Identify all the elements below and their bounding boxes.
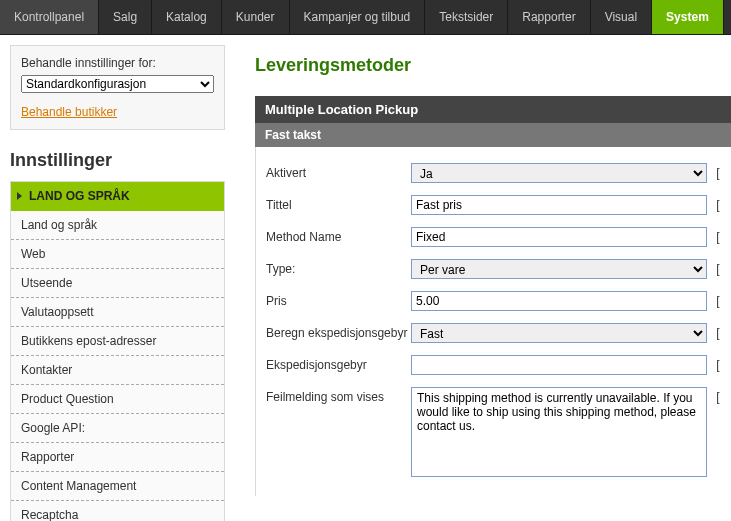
sidebar-item-epost[interactable]: Butikkens epost-adresser	[11, 327, 224, 356]
scope-hint: [	[715, 355, 721, 372]
sidebar-item-cms[interactable]: Content Management	[11, 472, 224, 501]
sidebar-item-kontakter[interactable]: Kontakter	[11, 356, 224, 385]
select-aktivert[interactable]: Ja	[411, 163, 707, 183]
page-title: Leveringsmetoder	[255, 55, 731, 76]
label-method-name: Method Name	[266, 227, 411, 244]
scope-select[interactable]: Standardkonfigurasjon	[21, 75, 214, 93]
input-tittel[interactable]	[411, 195, 707, 215]
sidebar-item-land-og-sprak[interactable]: Land og språk	[11, 211, 224, 240]
sidebar-item-web[interactable]: Web	[11, 240, 224, 269]
sidebar-item-recaptcha[interactable]: Recaptcha	[11, 501, 224, 521]
sidebar-item-product-question[interactable]: Product Question	[11, 385, 224, 414]
label-gebyr: Ekspedisjonsgebyr	[266, 355, 411, 372]
form-panel: Aktivert Ja [ Tittel [ Method Name [ Typ…	[255, 147, 731, 496]
sidebar-item-valutaoppsett[interactable]: Valutaoppsett	[11, 298, 224, 327]
scope-hint: [	[715, 227, 721, 244]
nav-rapporter[interactable]: Rapporter	[508, 0, 590, 34]
scope-hint: [	[715, 323, 721, 340]
nav-system[interactable]: System	[652, 0, 724, 34]
label-feilmelding: Feilmelding som vises	[266, 387, 411, 404]
select-type[interactable]: Per vare	[411, 259, 707, 279]
label-pris: Pris	[266, 291, 411, 308]
scope-label: Behandle innstillinger for:	[21, 56, 156, 70]
scope-hint: [	[715, 259, 721, 276]
top-navigation: Kontrollpanel Salg Katalog Kunder Kampan…	[0, 0, 731, 35]
label-beregn: Beregn ekspedisjonsgebyr	[266, 323, 411, 340]
nav-katalog[interactable]: Katalog	[152, 0, 222, 34]
scope-hint: [	[715, 195, 721, 212]
nav-kampanjer[interactable]: Kampanjer og tilbud	[290, 0, 426, 34]
scope-selector-box: Behandle innstillinger for: Standardkonf…	[10, 45, 225, 130]
manage-stores-link[interactable]: Behandle butikker	[21, 105, 214, 119]
scope-hint: [	[715, 291, 721, 308]
sidebar-menu: LAND OG SPRÅK Land og språk Web Utseende…	[10, 181, 225, 521]
nav-kunder[interactable]: Kunder	[222, 0, 290, 34]
main-content: Leveringsmetoder Multiple Location Picku…	[255, 45, 731, 521]
sidebar-item-rapporter[interactable]: Rapporter	[11, 443, 224, 472]
nav-tekstsider[interactable]: Tekstsider	[425, 0, 508, 34]
nav-kontrollpanel[interactable]: Kontrollpanel	[0, 0, 99, 34]
scope-hint: [	[715, 387, 721, 404]
label-type: Type:	[266, 259, 411, 276]
textarea-feilmelding[interactable]	[411, 387, 707, 477]
sidebar-heading: Innstillinger	[10, 150, 225, 171]
scope-hint: [	[715, 163, 721, 180]
sidebar: Behandle innstillinger for: Standardkonf…	[10, 45, 225, 521]
input-method-name[interactable]	[411, 227, 707, 247]
input-pris[interactable]	[411, 291, 707, 311]
nav-visual[interactable]: Visual	[591, 0, 652, 34]
input-gebyr[interactable]	[411, 355, 707, 375]
section-header[interactable]: Multiple Location Pickup	[255, 96, 731, 123]
section-subheader[interactable]: Fast takst	[255, 123, 731, 147]
sidebar-item-land-og-sprak-header[interactable]: LAND OG SPRÅK	[11, 182, 224, 211]
label-aktivert: Aktivert	[266, 163, 411, 180]
label-tittel: Tittel	[266, 195, 411, 212]
nav-salg[interactable]: Salg	[99, 0, 152, 34]
sidebar-item-utseende[interactable]: Utseende	[11, 269, 224, 298]
select-beregn[interactable]: Fast	[411, 323, 707, 343]
sidebar-item-google-api[interactable]: Google API:	[11, 414, 224, 443]
